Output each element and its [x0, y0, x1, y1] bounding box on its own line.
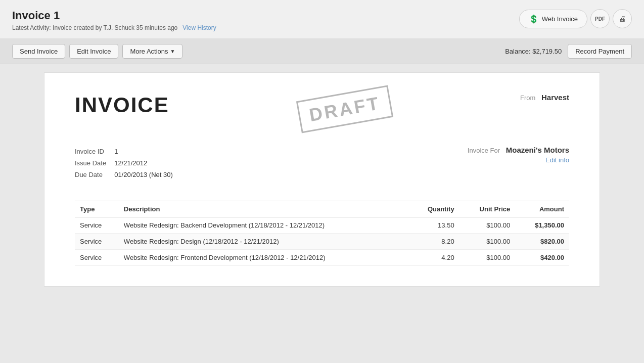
due-date-row: Due Date 01/20/2013 (Net 30)	[75, 169, 181, 180]
issue-date-value: 12/21/2012	[114, 157, 181, 169]
pdf-icon: PDF	[595, 16, 605, 22]
invoice-id-row: Invoice ID 1	[75, 146, 181, 157]
table-body: Service Website Redesign: Backend Develo…	[75, 217, 569, 266]
toolbar-right: Balance: $2,719.50 Record Payment	[505, 44, 632, 59]
more-actions-button[interactable]: More Actions ▼	[122, 44, 182, 59]
cell-amount: $820.00	[515, 234, 569, 250]
cell-description: Website Redesign: Backend Development (1…	[119, 217, 409, 234]
invoice-for-label: Invoice For	[468, 147, 500, 154]
record-payment-button[interactable]: Record Payment	[568, 44, 632, 59]
invoice-header: INVOICE DRAFT From Harvest	[75, 93, 569, 125]
view-history-link[interactable]: View History	[182, 24, 216, 31]
cell-unit-price: $100.00	[459, 234, 516, 250]
invoice-for-section: Invoice For Moazeni's Motors Edit info	[468, 146, 569, 180]
cell-amount: $1,350.00	[515, 217, 569, 234]
due-date-value: 01/20/2013 (Net 30)	[114, 169, 181, 180]
table-row: Service Website Redesign: Design (12/18/…	[75, 234, 569, 250]
web-invoice-button[interactable]: 💲 Web Invoice	[519, 10, 587, 28]
cell-amount: $420.00	[515, 250, 569, 266]
invoice-document: INVOICE DRAFT From Harvest Invoice ID 1	[44, 72, 600, 287]
cell-type: Service	[75, 217, 119, 234]
activity-label: Latest Activity:	[12, 24, 51, 31]
draft-stamp-area: DRAFT	[190, 93, 500, 125]
from-label: From	[520, 94, 535, 102]
cell-description: Website Redesign: Design (12/18/2012 - 1…	[119, 234, 409, 250]
invoice-title-block: INVOICE	[75, 93, 169, 117]
draft-stamp: DRAFT	[296, 85, 393, 133]
print-icon: 🖨	[619, 15, 626, 23]
dollar-icon: 💲	[529, 14, 539, 24]
cell-description: Website Redesign: Frontend Development (…	[119, 250, 409, 266]
col-description: Description	[119, 201, 409, 217]
col-amount: Amount	[515, 201, 569, 217]
table-header: Type Description Quantity Unit Price Amo…	[75, 201, 569, 217]
invoice-meta-left: Invoice ID 1 Issue Date 12/21/2012 Due D…	[75, 146, 181, 180]
cell-quantity: 4.20	[409, 250, 459, 266]
edit-invoice-button[interactable]: Edit Invoice	[69, 44, 118, 59]
top-bar-left: Invoice 1 Latest Activity: Invoice creat…	[12, 9, 216, 31]
issue-date-label: Issue Date	[75, 157, 114, 169]
activity-bar: Latest Activity: Invoice created by T.J.…	[12, 24, 216, 31]
due-date-label: Due Date	[75, 169, 114, 180]
activity-text: Invoice created by T.J. Schuck 35 minute…	[53, 24, 177, 31]
cell-type: Service	[75, 250, 119, 266]
more-actions-label: More Actions	[130, 48, 168, 55]
table-row: Service Website Redesign: Backend Develo…	[75, 217, 569, 234]
edit-info-link[interactable]: Edit info	[468, 156, 569, 164]
issue-date-row: Issue Date 12/21/2012	[75, 157, 181, 169]
cell-type: Service	[75, 234, 119, 250]
balance-display: Balance: $2,719.50	[505, 48, 562, 55]
chevron-down-icon: ▼	[170, 49, 175, 54]
invoice-id-value: 1	[114, 146, 181, 157]
cell-quantity: 8.20	[409, 234, 459, 250]
top-bar: Invoice 1 Latest Activity: Invoice creat…	[0, 0, 644, 39]
send-invoice-button[interactable]: Send Invoice	[12, 44, 65, 59]
invoice-title: INVOICE	[75, 93, 169, 117]
from-name: Harvest	[541, 93, 569, 102]
print-button[interactable]: 🖨	[613, 9, 632, 28]
toolbar: Send Invoice Edit Invoice More Actions ▼…	[0, 39, 644, 64]
col-unit-price: Unit Price	[459, 201, 516, 217]
cell-quantity: 13.50	[409, 217, 459, 234]
invoice-for-row: Invoice For Moazeni's Motors	[468, 146, 569, 154]
top-bar-right: 💲 Web Invoice PDF 🖨	[519, 9, 632, 28]
table-header-row: Type Description Quantity Unit Price Amo…	[75, 201, 569, 217]
cell-unit-price: $100.00	[459, 217, 516, 234]
invoice-fields-table: Invoice ID 1 Issue Date 12/21/2012 Due D…	[75, 146, 181, 180]
col-type: Type	[75, 201, 119, 217]
col-quantity: Quantity	[409, 201, 459, 217]
from-section: From Harvest	[520, 93, 569, 102]
invoice-for-name: Moazeni's Motors	[506, 146, 569, 154]
page-title: Invoice 1	[12, 9, 216, 22]
web-invoice-label: Web Invoice	[542, 15, 578, 23]
pdf-button[interactable]: PDF	[590, 9, 610, 28]
cell-unit-price: $100.00	[459, 250, 516, 266]
invoice-meta: Invoice ID 1 Issue Date 12/21/2012 Due D…	[75, 146, 569, 180]
line-items-table: Type Description Quantity Unit Price Amo…	[75, 201, 569, 266]
table-row: Service Website Redesign: Frontend Devel…	[75, 250, 569, 266]
invoice-id-label: Invoice ID	[75, 146, 114, 157]
